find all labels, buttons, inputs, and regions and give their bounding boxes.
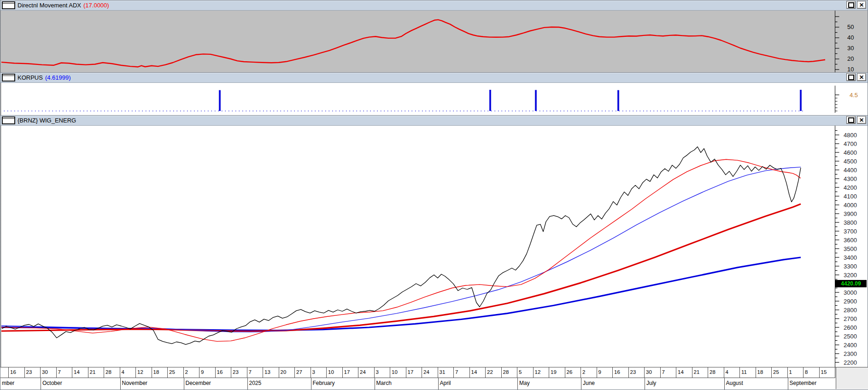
price-tick-label: 4000	[844, 202, 857, 209]
week-labels-row: 1623307142128412182529162371320273101724…	[0, 367, 835, 378]
price-plot-area[interactable]: 2200230024002500260027002800290030003100…	[0, 126, 868, 368]
price-tick-label: 4600	[844, 149, 857, 156]
price-tick-label: 3600	[844, 237, 857, 244]
korpus-spike	[617, 90, 619, 111]
week-label: 2	[184, 367, 200, 378]
week-label: 14	[676, 367, 692, 378]
fast-ma-blue-line	[0, 167, 801, 332]
week-label: 31	[438, 367, 454, 378]
price-tick-label: 4300	[844, 175, 857, 182]
adx-tick-label: 20	[847, 55, 854, 62]
price-tick-label: 3800	[844, 219, 857, 226]
week-label: 20	[279, 367, 295, 378]
month-label: mber	[0, 378, 41, 390]
close-icon: ✕	[859, 117, 864, 123]
maximize-icon	[848, 75, 854, 80]
adx-titlebar[interactable]: Directnl Movement ADX (17.0000) ✕	[0, 0, 868, 11]
week-label: 14	[72, 367, 88, 378]
month-label: 2025	[247, 378, 311, 390]
korpus-spike	[489, 90, 491, 111]
week-label: 26	[565, 367, 581, 378]
week-label: 24	[358, 367, 375, 378]
week-label: 5	[517, 367, 534, 378]
date-axis: 1623307142128412182529162371320273101724…	[0, 367, 868, 390]
panel-adx: Directnl Movement ADX (17.0000) ✕ 504030…	[0, 0, 868, 72]
month-label: July	[645, 378, 724, 390]
week-label: 3	[375, 367, 391, 378]
week-label: 13	[263, 367, 279, 378]
main-titlebar[interactable]: {BRNZ} WIG_ENERG ✕	[0, 116, 868, 126]
week-label: 15	[820, 367, 836, 378]
week-label: 10	[390, 367, 406, 378]
price-tick-label: 3900	[844, 210, 857, 217]
price-tick-label: 2800	[844, 307, 857, 314]
korpus-titlebar[interactable]: KORPUS (4.61999) ✕	[0, 73, 868, 83]
week-label: 30	[645, 367, 661, 378]
window-icon	[2, 1, 15, 9]
close-button[interactable]: ✕	[857, 1, 866, 9]
panel-main: {BRNZ} WIG_ENERG ✕ 220023002400250026002…	[0, 115, 868, 390]
month-label: May	[517, 378, 581, 390]
maximize-button[interactable]	[846, 116, 856, 124]
adx-line	[0, 20, 825, 67]
window-icon	[2, 74, 15, 81]
fast-ma-red-line	[0, 159, 801, 341]
week-label: 3	[311, 367, 327, 378]
close-icon: ✕	[859, 75, 864, 80]
month-label: March	[375, 378, 438, 390]
week-label: 25	[168, 367, 184, 378]
month-label: October	[41, 378, 120, 390]
month-label: December	[184, 378, 247, 390]
month-label: September	[788, 378, 836, 390]
adx-tick-label: 30	[847, 45, 854, 52]
price-tick-label: 2400	[844, 342, 857, 349]
month-label: June	[581, 378, 645, 390]
price-tick-label: 4200	[844, 184, 857, 191]
week-label: 23	[231, 367, 247, 378]
close-button[interactable]: ✕	[857, 73, 866, 81]
price-tick-label: 2600	[844, 324, 857, 331]
price-tick-label: 4100	[844, 193, 857, 200]
week-label: 12	[136, 367, 152, 378]
week-label: 17	[343, 367, 359, 378]
adx-plot-area[interactable]: 5040302010	[0, 11, 868, 72]
panel-korpus: KORPUS (4.61999) ✕ 4.5	[0, 72, 868, 115]
price-line	[2, 147, 801, 344]
week-label: 2	[581, 367, 597, 378]
week-label: 22	[486, 367, 502, 378]
long-term-ma-blue-line	[0, 257, 801, 331]
price-tick-label: 2200	[844, 359, 857, 366]
price-tick-label: 3700	[844, 228, 857, 235]
week-label: 10	[327, 367, 343, 378]
plot-left-edge	[0, 83, 1, 115]
week-label: 21	[692, 367, 709, 378]
week-label: 17	[406, 367, 422, 378]
price-tick-label: 4400	[844, 167, 857, 174]
week-label: 24	[422, 367, 438, 378]
adx-tick-label: 50	[847, 23, 854, 30]
maximize-button[interactable]	[846, 1, 856, 9]
week-label: 7	[454, 367, 470, 378]
last-price-badge: 4420.09	[835, 280, 867, 287]
korpus-plot-area[interactable]: 4.5	[0, 83, 868, 115]
week-label: 9	[199, 367, 216, 378]
close-icon: ✕	[859, 2, 864, 8]
maximize-button[interactable]	[846, 73, 856, 81]
week-label: 25	[772, 367, 788, 378]
price-tick-label: 3400	[844, 254, 857, 261]
month-label: August	[724, 378, 788, 390]
week-label: 27	[295, 367, 311, 378]
week-label: 7	[247, 367, 264, 378]
price-tick-label: 2700	[844, 315, 857, 322]
week-label: 7	[57, 367, 73, 378]
axis-corner	[836, 367, 868, 389]
adx-value: (17.0000)	[83, 2, 109, 9]
adx-title: Directnl Movement ADX	[18, 2, 81, 9]
price-tick-label: 3300	[844, 263, 857, 270]
korpus-value: (4.61999)	[45, 74, 71, 81]
korpus-chart: 4.5	[0, 83, 868, 115]
korpus-spike	[535, 90, 537, 111]
week-label: 12	[534, 367, 550, 378]
week-label: 28	[708, 367, 724, 378]
close-button[interactable]: ✕	[857, 116, 866, 124]
